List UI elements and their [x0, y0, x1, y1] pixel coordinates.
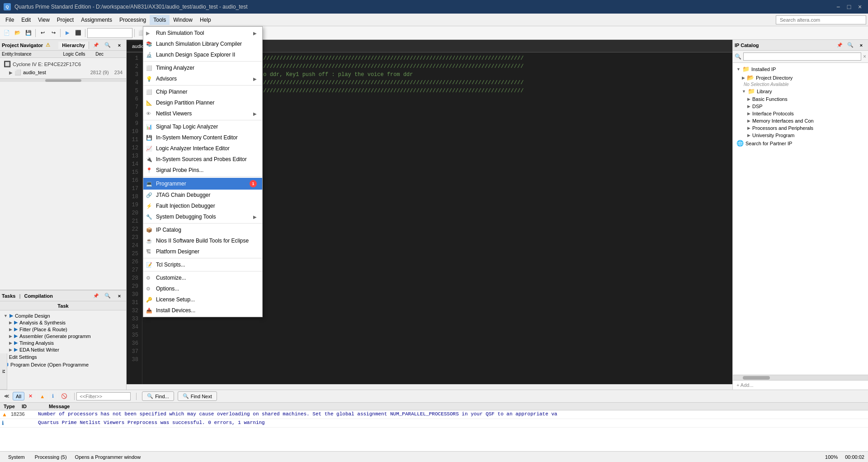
processing-tab[interactable]: Processing (5): [30, 453, 71, 461]
menu-item-run-simulation[interactable]: ▶ Run Simulation Tool ▶: [143, 28, 262, 38]
menu-item-ip-catalog[interactable]: 📦 IP Catalog: [143, 224, 262, 235]
task-analysis-synthesis[interactable]: ▶ ▶ Analysis & Synthesis: [2, 319, 124, 326]
editor-horizontal-scroll[interactable]: [127, 384, 732, 390]
nav-pin-button[interactable]: 📌: [91, 40, 101, 50]
stop-button[interactable]: ⬛: [73, 28, 83, 38]
menu-item-platform-designer[interactable]: 🏗 Platform Designer: [143, 246, 262, 257]
menu-file[interactable]: File: [2, 15, 18, 25]
task-edit-settings[interactable]: ■ Edit Settings: [2, 353, 124, 361]
save-button[interactable]: 💾: [24, 28, 33, 38]
menu-item-launch-sim-library[interactable]: 📚 Launch Simulation Library Compiler: [143, 38, 262, 49]
ip-library[interactable]: ▼ 📁 Library: [735, 87, 866, 95]
menu-view[interactable]: View: [34, 15, 53, 25]
menu-help[interactable]: Help: [196, 15, 215, 25]
menu-item-advisors[interactable]: 💡 Advisors ▶: [143, 73, 262, 84]
minimize-button[interactable]: −: [834, 2, 843, 11]
ip-add-button[interactable]: + Add...: [733, 380, 868, 390]
ip-dsp[interactable]: ▶ DSP: [735, 103, 866, 110]
menu-processing[interactable]: Processing: [116, 15, 150, 25]
menu-item-options[interactable]: ⚙ Options...: [143, 283, 262, 294]
menu-project[interactable]: Project: [53, 15, 77, 25]
menu-item-jtag-debugger[interactable]: 🔗 JTAG Chain Debugger: [143, 190, 262, 200]
find-button[interactable]: 🔍 Find...: [142, 391, 174, 401]
task-timing-analysis[interactable]: ▶ ▶ Timing Analysis: [2, 339, 124, 346]
redo-button[interactable]: ↪: [48, 28, 58, 38]
menu-item-logic-analyzer-editor[interactable]: 📈 Logic Analyzer Interface Editor: [143, 143, 262, 154]
filter-all-button[interactable]: All: [13, 392, 24, 400]
ip-memory-interfaces[interactable]: ▶ Memory Interfaces and Con: [735, 117, 866, 124]
ip-search-input[interactable]: [743, 52, 861, 61]
ip-close-button[interactable]: ×: [856, 40, 866, 50]
message-row-info[interactable]: ℹ Quartus Prime Netlist Viewers Preproce…: [0, 419, 868, 428]
menu-item-in-system-sources[interactable]: 🔌 In-System Sources and Probes Editor: [143, 154, 262, 165]
system-tab[interactable]: System: [4, 453, 29, 461]
menu-item-memory-editor[interactable]: 💾 In-System Memory Content Editor: [143, 132, 262, 143]
compile-button[interactable]: ▶: [62, 28, 72, 38]
ip-installed-ip[interactable]: ▼ 📁 Installed IP: [735, 65, 866, 73]
filter-info-button[interactable]: ℹ: [49, 392, 57, 400]
menu-item-netlist-viewers[interactable]: 👁 Netlist Viewers ▶: [143, 108, 262, 119]
ip-search-icon-button[interactable]: 🔍: [845, 40, 855, 50]
filter-error-button[interactable]: ✕: [25, 392, 36, 400]
ip-search-partner[interactable]: 🌐 Search for Partner IP: [735, 139, 866, 148]
nav-scroll-thumb[interactable]: [45, 79, 81, 82]
message-row-warning[interactable]: ▲ 18236 Number of processors has not bee…: [0, 410, 868, 419]
filter-warning-button[interactable]: ▲: [37, 392, 48, 400]
task-program-device[interactable]: ⬢ Program Device (Open Programme: [2, 361, 124, 368]
menu-item-install-devices[interactable]: 📥 Install Devices...: [143, 305, 262, 316]
nav-search-button[interactable]: 🔍: [103, 40, 113, 50]
find-next-button[interactable]: 🔍 Find Next: [178, 391, 217, 401]
menu-item-launch-dse[interactable]: 🔬 Launch Design Space Explorer II: [143, 49, 262, 60]
ip-interface-protocols[interactable]: ▶ Interface Protocols: [735, 110, 866, 117]
nav-close-button[interactable]: ×: [114, 40, 124, 50]
maximize-button[interactable]: □: [844, 2, 854, 11]
new-file-button[interactable]: 📄: [2, 28, 12, 38]
menu-window[interactable]: Window: [170, 15, 196, 25]
nav-tab-hierarchy[interactable]: Hierarchy: [58, 42, 89, 49]
ip-processors[interactable]: ▶ Processors and Peripherals: [735, 124, 866, 132]
menu-item-chip-planner[interactable]: ⬜ Chip Planner: [143, 86, 262, 97]
menu-item-programmer[interactable]: 💻 Programmer 1: [143, 178, 262, 190]
programmer-badge: 1: [250, 180, 257, 187]
ip-basic-functions[interactable]: ▶ Basic Functions: [735, 95, 866, 103]
menu-item-fault-injection[interactable]: ⚡ Fault Injection Debugger: [143, 200, 262, 211]
ip-university-program[interactable]: ▶ University Program: [735, 132, 866, 139]
task-eda-netlist[interactable]: ▶ ▶ EDA Netlist Writer: [2, 346, 124, 353]
messages-tab-button[interactable]: ≪: [2, 392, 12, 400]
menu-item-signal-tap[interactable]: 📊 Signal Tap Logic Analyzer: [143, 121, 262, 132]
filter-suppress-button[interactable]: 🚫: [58, 392, 71, 400]
menu-item-system-debug[interactable]: 🔧 System Debugging Tools ▶: [143, 211, 262, 222]
ip-scrollbar[interactable]: [733, 375, 868, 380]
task-assembler[interactable]: ▶ ▶ Assembler (Generate programm: [2, 333, 124, 339]
tasks-search-button[interactable]: 🔍: [103, 291, 113, 301]
menu-item-design-partition[interactable]: 📐 Design Partition Planner: [143, 97, 262, 108]
menu-tools[interactable]: Tools: [150, 15, 170, 25]
menu-item-license-setup[interactable]: 🔑 License Setup...: [143, 294, 262, 305]
menu-item-tcl-scripts[interactable]: 📝 Tcl Scripts...: [143, 259, 262, 270]
message-filter-input[interactable]: [76, 392, 131, 400]
menu-item-timing-analyzer[interactable]: ⬜ Timing Analyzer: [143, 62, 262, 73]
nav-scrollbar[interactable]: [0, 78, 126, 82]
window-controls[interactable]: − □ ×: [834, 2, 864, 11]
ip-search-clear-button[interactable]: ×: [863, 53, 866, 60]
search-altera-input[interactable]: [776, 15, 866, 24]
menu-edit[interactable]: Edit: [18, 15, 34, 25]
task-fitter[interactable]: ▶ ▶ Fitter (Place & Route): [2, 326, 124, 333]
audio-test-entity[interactable]: ▶ ⬜ audio_test 2812 (9) 234: [2, 68, 124, 76]
menu-item-nios2[interactable]: ☕ Nios II Software Build Tools for Eclip…: [143, 235, 262, 246]
ip-project-directory[interactable]: ▶ 📂 Project Directory: [735, 73, 866, 82]
menu-item-customize[interactable]: ⚙ Customize...: [143, 272, 262, 283]
ip-scroll-thumb[interactable]: [743, 376, 770, 380]
project-name-input[interactable]: audio_test: [87, 28, 132, 38]
undo-button[interactable]: ↩: [38, 28, 47, 38]
close-button[interactable]: ×: [855, 2, 864, 11]
tasks-close-button[interactable]: ×: [114, 291, 124, 301]
ip-pin-button[interactable]: 📌: [835, 40, 844, 50]
menu-item-signal-probe[interactable]: 📍 Signal Probe Pins...: [143, 165, 262, 176]
tasks-pin-button[interactable]: 📌: [91, 291, 101, 301]
side-icon-1[interactable]: M: [0, 353, 7, 390]
tools-dropdown-menu[interactable]: ▶ Run Simulation Tool ▶ 📚 Launch Simulat…: [143, 26, 263, 317]
menu-assignments[interactable]: Assignments: [77, 15, 116, 25]
task-compile-design[interactable]: ▼ ▶ Compile Design: [2, 312, 124, 319]
open-file-button[interactable]: 📂: [13, 28, 23, 38]
